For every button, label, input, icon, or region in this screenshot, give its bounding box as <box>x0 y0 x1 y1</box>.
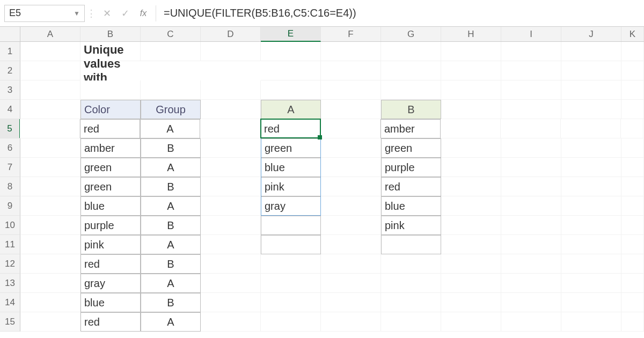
cell[interactable] <box>261 42 321 61</box>
table-row[interactable]: purple <box>381 158 441 177</box>
cell[interactable] <box>141 80 201 100</box>
table-row[interactable]: green <box>261 138 321 158</box>
cell[interactable] <box>201 158 261 177</box>
cell[interactable] <box>561 80 621 100</box>
cell[interactable] <box>561 61 621 80</box>
table-row[interactable]: red <box>80 312 141 332</box>
cell[interactable] <box>501 254 561 274</box>
table-row[interactable]: blue <box>261 158 321 177</box>
table-row[interactable]: blue <box>381 196 441 216</box>
col-header-b[interactable]: B <box>80 27 141 41</box>
table-row[interactable]: B <box>141 293 201 312</box>
cell[interactable] <box>441 119 501 138</box>
formula-input[interactable]: =UNIQUE(FILTER(B5:B16,C5:C16=E4)) <box>159 5 640 22</box>
row-header[interactable]: 12 <box>0 254 20 274</box>
cell[interactable] <box>20 293 80 312</box>
spreadsheet-grid[interactable]: A B C D E F G H I J K 1 2 <box>0 27 644 338</box>
cell[interactable] <box>381 254 441 274</box>
col-header-i[interactable]: I <box>501 27 561 41</box>
cell[interactable] <box>381 42 441 61</box>
cell[interactable] <box>201 312 261 332</box>
table-row[interactable]: A <box>141 158 201 177</box>
cell[interactable] <box>201 293 261 312</box>
cell[interactable] <box>501 119 561 138</box>
col-header-g[interactable]: G <box>381 27 441 41</box>
cell[interactable] <box>501 293 561 312</box>
cell[interactable] <box>501 196 561 216</box>
cell[interactable] <box>201 274 261 293</box>
table-row[interactable]: green <box>381 138 441 158</box>
cell[interactable] <box>441 80 501 100</box>
row-header[interactable]: 13 <box>0 274 20 293</box>
cell[interactable] <box>201 177 261 196</box>
row-header[interactable]: 9 <box>0 196 20 216</box>
cell[interactable] <box>381 80 441 100</box>
cell[interactable] <box>381 293 441 312</box>
table-row[interactable]: B <box>141 216 201 235</box>
row-header[interactable]: 8 <box>0 177 20 196</box>
cell[interactable] <box>141 42 201 61</box>
cell[interactable] <box>441 61 501 80</box>
row-header[interactable]: 1 <box>0 42 20 61</box>
cell[interactable] <box>561 196 621 216</box>
cell[interactable] <box>381 312 441 332</box>
cell[interactable] <box>621 293 644 312</box>
cell[interactable] <box>621 119 643 138</box>
cell[interactable] <box>621 138 644 158</box>
cell[interactable] <box>621 216 644 235</box>
cell[interactable] <box>621 274 644 293</box>
table-row[interactable]: red <box>80 119 140 138</box>
cell[interactable] <box>321 196 381 216</box>
cell[interactable] <box>561 100 621 119</box>
cell[interactable] <box>261 254 321 274</box>
cell[interactable] <box>561 293 621 312</box>
cell[interactable] <box>621 312 644 332</box>
table-row[interactable] <box>381 235 441 254</box>
cell[interactable] <box>20 119 80 138</box>
table-row[interactable]: amber <box>380 119 441 138</box>
cell[interactable] <box>200 119 260 138</box>
cell[interactable] <box>501 42 561 61</box>
cell[interactable] <box>261 274 321 293</box>
table-row[interactable]: B <box>141 254 201 274</box>
table-row[interactable]: blue <box>80 293 141 312</box>
cell[interactable] <box>201 61 261 80</box>
table-row[interactable]: amber <box>80 138 141 158</box>
table-row[interactable]: gray <box>261 196 321 216</box>
row-header[interactable]: 15 <box>0 312 20 332</box>
cell[interactable] <box>561 42 621 61</box>
cell[interactable] <box>20 274 80 293</box>
cell[interactable] <box>441 100 501 119</box>
cell[interactable] <box>561 254 621 274</box>
cell[interactable] <box>441 312 501 332</box>
cell[interactable] <box>561 274 621 293</box>
name-box[interactable]: E5 ▼ <box>4 5 85 22</box>
cancel-icon[interactable]: ✕ <box>98 5 116 22</box>
row-header[interactable]: 10 <box>0 216 20 235</box>
enter-icon[interactable]: ✓ <box>116 5 134 22</box>
cell[interactable] <box>621 177 644 196</box>
cell[interactable] <box>321 158 381 177</box>
table-row[interactable]: red <box>381 177 441 196</box>
cell[interactable] <box>321 235 381 254</box>
table-row[interactable]: pink <box>381 216 441 235</box>
table-row[interactable]: green <box>80 177 141 196</box>
cell[interactable] <box>501 80 561 100</box>
table-row[interactable]: green <box>80 158 141 177</box>
cell[interactable] <box>441 216 501 235</box>
cell[interactable] <box>561 119 621 138</box>
cell[interactable] <box>20 42 80 61</box>
col-header-a[interactable]: A <box>20 27 80 41</box>
cell[interactable] <box>321 254 381 274</box>
cell[interactable] <box>20 254 80 274</box>
cell[interactable] <box>321 293 381 312</box>
cell[interactable] <box>441 138 501 158</box>
cell[interactable] <box>20 100 80 119</box>
cell[interactable] <box>20 158 80 177</box>
table-row[interactable]: A <box>141 196 201 216</box>
table-header-e[interactable]: A <box>261 100 321 119</box>
cell[interactable] <box>201 216 261 235</box>
cell[interactable] <box>201 254 261 274</box>
cell[interactable] <box>321 138 381 158</box>
cell[interactable] <box>621 235 644 254</box>
